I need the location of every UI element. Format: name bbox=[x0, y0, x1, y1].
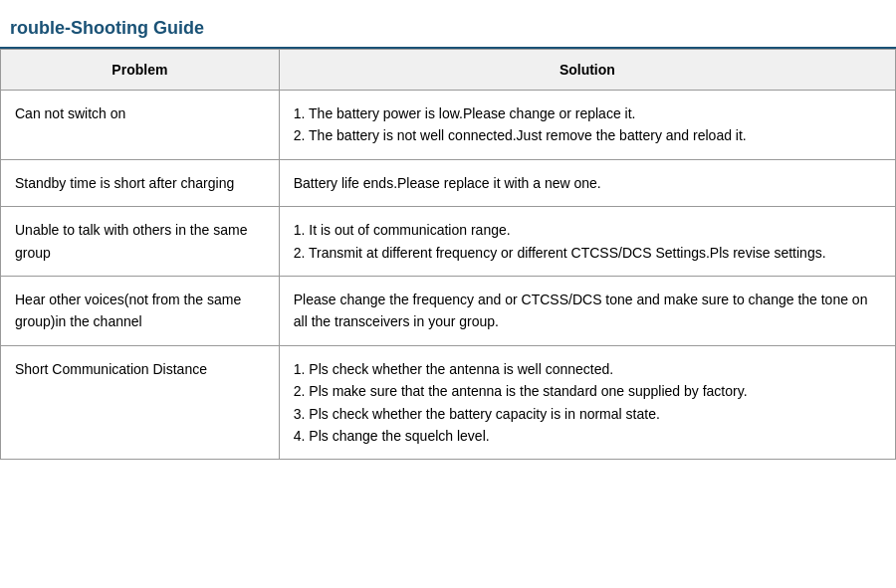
table-header-row: Problem Solution bbox=[1, 50, 896, 91]
table-row: Short Communication Distance1. Pls check… bbox=[1, 345, 896, 460]
problem-cell: Standby time is short after charging bbox=[1, 159, 280, 206]
problem-header: Problem bbox=[1, 50, 280, 91]
table-row: Standby time is short after chargingBatt… bbox=[1, 159, 896, 206]
problem-cell: Unable to talk with others in the same g… bbox=[1, 207, 280, 277]
page-wrapper: rouble-Shooting Guide Problem Solution C… bbox=[0, 0, 896, 588]
problem-cell: Can not switch on bbox=[1, 91, 280, 160]
table-row: Unable to talk with others in the same g… bbox=[1, 207, 896, 277]
trouble-table: Problem Solution Can not switch on1. The… bbox=[0, 49, 896, 460]
solution-cell: 1. Pls check whether the antenna is well… bbox=[279, 345, 895, 460]
table-row: Hear other voices(not from the same grou… bbox=[1, 276, 896, 345]
solution-cell: 1. The battery power is low.Please chang… bbox=[279, 91, 895, 160]
table-row: Can not switch on1. The battery power is… bbox=[1, 91, 896, 160]
solution-cell: Battery life ends.Please replace it with… bbox=[279, 159, 895, 206]
problem-cell: Hear other voices(not from the same grou… bbox=[1, 276, 280, 345]
solution-header: Solution bbox=[279, 50, 895, 91]
page-title: rouble-Shooting Guide bbox=[0, 10, 896, 49]
problem-cell: Short Communication Distance bbox=[1, 345, 280, 460]
solution-cell: 1. It is out of communication range.2. T… bbox=[279, 207, 895, 277]
solution-cell: Please change the frequency and or CTCSS… bbox=[279, 276, 895, 345]
